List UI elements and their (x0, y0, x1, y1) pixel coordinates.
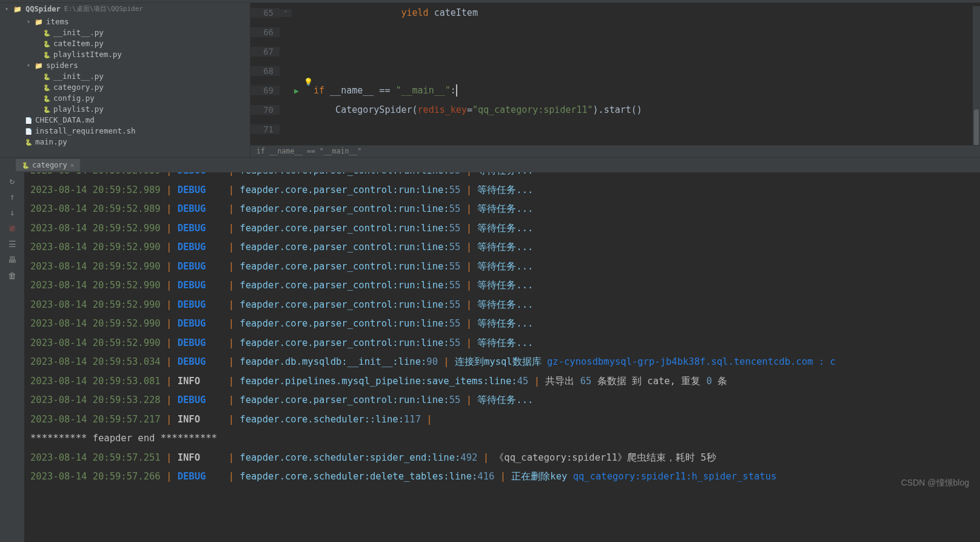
file-icon (43, 104, 50, 113)
chevron-down-icon: ▾ (5, 5, 10, 12)
intention-bulb-icon[interactable]: 💡 (304, 78, 313, 86)
file-icon (25, 137, 32, 146)
chevron-icon: ▾ (27, 18, 32, 25)
project-path: E:\桌面\项目\QQSpider (64, 4, 143, 13)
tree-label: spiders (46, 61, 78, 70)
log-line: 2023-08-14 20:59:53.034 | DEBUG | feapde… (30, 353, 974, 372)
print-icon[interactable]: 🖶 (8, 255, 16, 265)
line-number: 70 (250, 105, 280, 115)
chevron-icon: ▾ (27, 62, 32, 69)
tree-item[interactable]: playlist.py (0, 103, 250, 114)
line-number: 69 (250, 86, 280, 95)
run-tab-label: category (32, 161, 67, 169)
file-icon (43, 83, 50, 92)
close-icon[interactable]: × (70, 161, 75, 169)
python-icon (22, 161, 29, 169)
tree-item[interactable]: main.py (0, 136, 250, 147)
project-name: QQSpider (25, 5, 61, 13)
code-editor: 65⌃ yield cateItem66676869▶if __name__ =… (250, 3, 980, 157)
log-line: 2023-08-14 20:59:52.990 | DEBUG | feapde… (30, 276, 974, 296)
tree-label: playlistItem.py (53, 50, 122, 59)
log-line: 2023-08-14 20:59:57.251 | INFO | feapder… (30, 449, 974, 468)
line-number: 65 (250, 8, 280, 18)
file-icon (43, 72, 50, 81)
rerun-icon[interactable]: ↻ (10, 176, 15, 186)
code-area[interactable]: 65⌃ yield cateItem66676869▶if __name__ =… (250, 3, 980, 145)
file-icon (25, 126, 32, 135)
file-icon (43, 50, 50, 59)
log-line: 2023-08-14 20:59:53.081 | INFO | feapder… (30, 372, 974, 391)
watermark: CSDN @憧憬blog (901, 478, 969, 489)
editor-scrollbar[interactable] (973, 6, 980, 145)
log-line: 2023-08-14 20:59:52.989 | DEBUG | feapde… (30, 172, 974, 181)
run-gutter-icon[interactable]: ▶ (292, 86, 301, 95)
file-icon (35, 17, 43, 26)
tree-label: CHECK_DATA.md (35, 115, 95, 124)
code-text[interactable]: CategorySpider(redis_key="qq_category:sp… (301, 104, 642, 115)
project-root[interactable]: ▾ QQSpider E:\桌面\项目\QQSpider (0, 3, 250, 15)
breadcrumb[interactable]: if __name__ == "__main__" (250, 145, 980, 157)
run-tabs: category × (0, 158, 980, 172)
tree-item[interactable]: ▾items (0, 16, 250, 27)
file-icon (43, 28, 50, 37)
tree-item[interactable]: __init__.py (0, 27, 250, 38)
file-icon (43, 39, 50, 48)
run-tab-category[interactable]: category × (16, 159, 80, 171)
line-number: 66 (250, 27, 280, 37)
folder-icon (13, 5, 22, 13)
tree-item[interactable]: ▾spiders (0, 59, 250, 70)
up-icon[interactable]: ↑ (10, 192, 15, 202)
log-line: ********** feapder end ********** (30, 429, 974, 449)
tree-label: category.py (53, 83, 104, 92)
log-line: 2023-08-14 20:59:57.266 | DEBUG | feapde… (30, 467, 974, 487)
tree-item[interactable]: __init__.py (0, 70, 250, 81)
run-toolbar: ↻ ↑ ↓ ⎚ ☰ 🖶 🗑 (0, 172, 24, 542)
tree-item[interactable]: CHECK_DATA.md (0, 114, 250, 125)
line-number: 67 (250, 47, 280, 56)
stop-icon[interactable]: ⎚ (10, 223, 15, 233)
log-line: 2023-08-14 20:59:52.989 | DEBUG | feapde… (30, 181, 974, 200)
log-line: 2023-08-14 20:59:52.990 | DEBUG | feapde… (30, 334, 974, 353)
tree-label: main.py (35, 137, 67, 146)
file-icon (35, 61, 43, 70)
log-line: 2023-08-14 20:59:52.990 | DEBUG | feapde… (30, 296, 974, 315)
trash-icon[interactable]: 🗑 (8, 271, 16, 280)
log-line: 2023-08-14 20:59:52.990 | DEBUG | feapde… (30, 238, 974, 257)
file-tree: ▾items__init__.pycateItem.pyplaylistItem… (0, 15, 250, 148)
code-text[interactable]: if __name__ == "__main__": (301, 84, 457, 97)
log-line: 2023-08-14 20:59:53.228 | DEBUG | feapde… (30, 391, 974, 410)
tree-label: items (46, 17, 69, 26)
tree-item[interactable]: playlistItem.py (0, 49, 250, 59)
tree-label: config.py (53, 93, 95, 103)
tree-item[interactable]: cateItem.py (0, 38, 250, 49)
log-line: 2023-08-14 20:59:57.217 | INFO | feapder… (30, 410, 974, 430)
tree-label: playlist.py (53, 104, 104, 113)
line-number: 71 (250, 124, 280, 134)
tree-label: __init__.py (53, 72, 104, 81)
file-icon (25, 115, 32, 124)
tree-item[interactable]: category.py (0, 81, 250, 92)
fold-gutter[interactable]: ⌃ (280, 9, 292, 17)
tree-item[interactable]: config.py (0, 92, 250, 103)
log-line: 2023-08-14 20:59:52.990 | DEBUG | feapde… (30, 314, 974, 334)
layout-icon[interactable]: ☰ (8, 239, 16, 249)
log-line: 2023-08-14 20:59:52.990 | DEBUG | feapde… (30, 219, 974, 239)
file-icon (43, 93, 50, 103)
log-line: 2023-08-14 20:59:52.989 | DEBUG | feapde… (30, 200, 974, 219)
line-number: 68 (250, 66, 280, 76)
down-icon[interactable]: ↓ (10, 208, 15, 217)
code-text[interactable]: yield cateItem (301, 7, 478, 18)
log-line: 2023-08-14 20:59:52.990 | DEBUG | feapde… (30, 257, 974, 277)
tree-label: __init__.py (53, 28, 104, 37)
project-sidebar: ▾ QQSpider E:\桌面\项目\QQSpider ▾items__ini… (0, 3, 250, 157)
tree-label: install_requirement.sh (35, 126, 136, 135)
tree-item[interactable]: install_requirement.sh (0, 125, 250, 136)
run-panel: category × ↻ ↑ ↓ ⎚ ☰ 🖶 🗑 2023-08-14 20:5… (0, 157, 980, 542)
tree-label: cateItem.py (53, 39, 104, 48)
console-output[interactable]: 2023-08-14 20:59:52.989 | DEBUG | feapde… (24, 172, 980, 542)
